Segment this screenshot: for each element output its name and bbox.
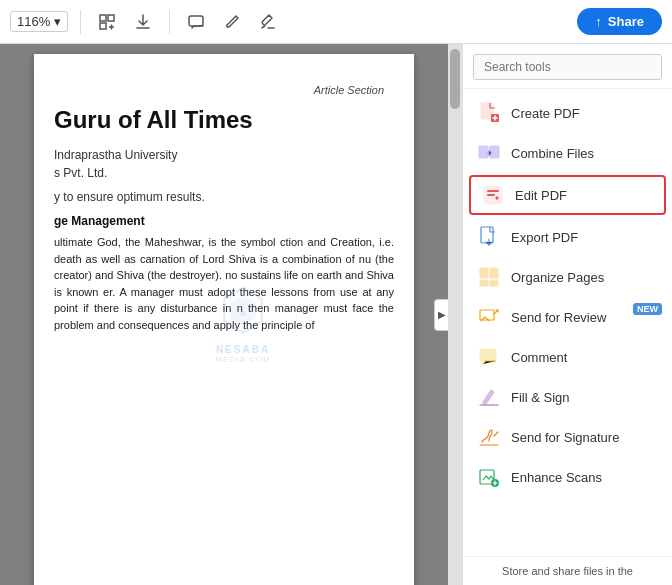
export-pdf-icon [477, 225, 501, 249]
svg-rect-19 [487, 194, 495, 196]
scroll-thumb[interactable] [450, 49, 460, 109]
svg-rect-24 [490, 280, 498, 286]
share-button[interactable]: ↑ Share [577, 8, 662, 35]
toolbar-separator-1 [80, 10, 81, 34]
toolbar: 116% ▾ ↑ Sha [0, 0, 672, 44]
send-for-review-icon [477, 305, 501, 329]
organize-pages-label: Organize Pages [511, 270, 658, 285]
tool-item-edit-pdf[interactable]: Edit PDF [469, 175, 666, 215]
tool-item-send-for-signature[interactable]: Send for Signature [463, 417, 672, 457]
svg-rect-1 [108, 15, 114, 21]
svg-rect-0 [100, 15, 106, 21]
toolbar-icon-comment[interactable] [182, 8, 210, 36]
watermark-brand: NESABA [216, 344, 270, 355]
zoom-control[interactable]: 116% ▾ [10, 11, 68, 32]
svg-rect-15 [479, 146, 488, 158]
tool-item-create-pdf[interactable]: Create PDF [463, 93, 672, 133]
toolbar-icon-download[interactable] [129, 8, 157, 36]
send-for-signature-label: Send for Signature [511, 430, 658, 445]
svg-rect-6 [189, 16, 203, 26]
pdf-article-section: Article Section [54, 84, 384, 96]
tool-item-enhance-scans[interactable]: Enhance Scans [463, 457, 672, 497]
right-panel: Create PDF Combine Files [462, 44, 672, 585]
search-tools-box [463, 44, 672, 89]
svg-rect-22 [490, 268, 498, 278]
fill-sign-label: Fill & Sign [511, 390, 658, 405]
tools-list: Create PDF Combine Files [463, 89, 672, 556]
pdf-body-text: ultimate God, the Maheshwar, is the symb… [54, 234, 394, 333]
new-badge: NEW [633, 303, 662, 315]
enhance-scans-label: Enhance Scans [511, 470, 658, 485]
svg-rect-21 [480, 268, 488, 278]
organize-pages-icon [477, 265, 501, 289]
pdf-page: Article Section Guru of All Times Indrap… [34, 54, 414, 585]
toolbar-icon-fit[interactable] [93, 8, 121, 36]
toolbar-icon-eraser[interactable] [254, 8, 282, 36]
svg-rect-23 [480, 280, 488, 286]
svg-rect-26 [480, 349, 496, 361]
search-tools-input[interactable] [473, 54, 662, 80]
tool-item-send-for-review[interactable]: Send for Review NEW [463, 297, 672, 337]
pdf-area: Article Section Guru of All Times Indrap… [0, 44, 462, 585]
create-pdf-label: Create PDF [511, 106, 658, 121]
pdf-pvt: s Pvt. Ltd. [54, 166, 394, 180]
export-pdf-label: Export PDF [511, 230, 658, 245]
pdf-ensure: y to ensure optimum results. [54, 190, 394, 204]
tool-item-combine-files[interactable]: Combine Files [463, 133, 672, 173]
panel-collapse-arrow[interactable]: ▶ [434, 299, 448, 331]
share-icon: ↑ [595, 14, 602, 29]
panel-footer-text: Store and share files in the [502, 565, 633, 577]
comment-icon [477, 345, 501, 369]
fill-sign-icon [477, 385, 501, 409]
svg-rect-20 [481, 227, 493, 243]
toolbar-separator-2 [169, 10, 170, 34]
combine-files-label: Combine Files [511, 146, 658, 161]
pdf-scrollbar[interactable] [448, 44, 462, 585]
tool-item-fill-sign[interactable]: Fill & Sign [463, 377, 672, 417]
svg-rect-16 [490, 146, 499, 158]
tool-item-comment[interactable]: Comment [463, 337, 672, 377]
enhance-scans-icon [477, 465, 501, 489]
panel-footer: Store and share files in the [463, 556, 672, 585]
create-pdf-icon [477, 101, 501, 125]
pdf-section-title: ge Management [54, 214, 394, 228]
svg-rect-18 [487, 190, 499, 192]
share-label: Share [608, 14, 644, 29]
toolbar-icon-pen[interactable] [218, 8, 246, 36]
combine-files-icon [477, 141, 501, 165]
send-for-signature-icon [477, 425, 501, 449]
tool-item-organize-pages[interactable]: Organize Pages [463, 257, 672, 297]
zoom-level: 116% [17, 14, 50, 29]
pdf-title: Guru of All Times [54, 106, 394, 134]
watermark-sub: MEDIA.COM [215, 355, 270, 364]
svg-rect-2 [100, 23, 106, 29]
main-area: Article Section Guru of All Times Indrap… [0, 44, 672, 585]
pdf-university: Indraprastha University [54, 148, 394, 162]
edit-pdf-icon [481, 183, 505, 207]
edit-pdf-label: Edit PDF [515, 188, 654, 203]
comment-label: Comment [511, 350, 658, 365]
zoom-chevron-icon: ▾ [54, 14, 61, 29]
tool-item-export-pdf[interactable]: Export PDF [463, 217, 672, 257]
